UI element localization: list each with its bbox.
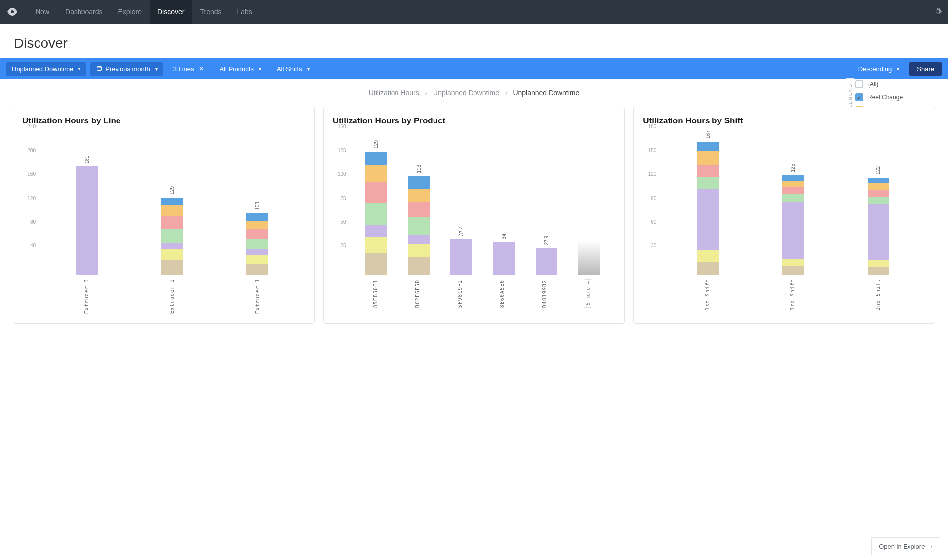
bar[interactable]: 167 (697, 142, 719, 275)
bar-segment[interactable] (782, 187, 804, 195)
bar-segment[interactable] (697, 262, 719, 275)
more-bar[interactable] (578, 241, 600, 275)
nav-explore[interactable]: Explore (111, 0, 150, 24)
bar-segment[interactable] (161, 249, 183, 260)
bar-segment[interactable] (697, 142, 719, 151)
close-icon[interactable]: ✕ (199, 65, 204, 72)
bar-segment[interactable] (782, 259, 804, 266)
nav-discover[interactable]: Discover (150, 0, 192, 24)
nav-labs[interactable]: Labs (230, 0, 260, 24)
bar-segment[interactable] (365, 182, 387, 203)
y-tick: 30 (651, 242, 656, 248)
bar-segment[interactable] (868, 197, 889, 204)
legend-item[interactable]: ✓Reel Change (855, 91, 939, 104)
x-label: 8E60A5E0 (499, 279, 505, 308)
bar[interactable]: 103 (408, 176, 430, 275)
bar[interactable]: 125 (782, 175, 804, 275)
bar-segment[interactable] (408, 235, 430, 244)
nav-dashboards[interactable]: Dashboards (57, 0, 111, 24)
bar-segment[interactable] (868, 204, 889, 260)
bar-segment[interactable] (161, 229, 183, 243)
y-tick: 60 (651, 219, 656, 224)
bar-segment[interactable] (493, 242, 515, 275)
bar-segment[interactable] (246, 229, 268, 239)
bar-segment[interactable] (868, 183, 889, 190)
bar-segment[interactable] (161, 198, 183, 205)
bar-segment[interactable] (161, 205, 183, 216)
bar-segment[interactable] (697, 165, 719, 177)
bar[interactable]: 129 (365, 152, 387, 275)
bar[interactable]: 181 (76, 166, 98, 275)
bar-segment[interactable] (365, 152, 387, 165)
bar-segment[interactable] (450, 239, 472, 275)
bar-segment[interactable] (697, 189, 719, 250)
bar-value-label: 181 (84, 156, 90, 164)
bar[interactable]: 129 (161, 198, 183, 275)
bar-segment[interactable] (76, 166, 98, 275)
bar-segment[interactable] (246, 239, 268, 250)
filter-lines[interactable]: 3 Lines✕ (167, 62, 210, 76)
bar-segment[interactable] (868, 260, 889, 267)
x-label: Extruder 2 (169, 279, 175, 314)
bar-segment[interactable] (246, 221, 268, 229)
bar-segment[interactable] (161, 216, 183, 230)
bar-segment[interactable] (868, 190, 889, 197)
bar-segment[interactable] (365, 237, 387, 254)
bar-segment[interactable] (161, 260, 183, 275)
bar-segment[interactable] (246, 255, 268, 264)
bar-segment[interactable] (246, 213, 268, 221)
filter-products[interactable]: All Products▾ (214, 62, 267, 76)
nav-now[interactable]: Now (28, 0, 57, 24)
bar-segment[interactable] (365, 253, 387, 275)
bar-segment[interactable] (408, 202, 430, 217)
bar-segment[interactable] (246, 249, 268, 255)
bar-segment[interactable] (408, 189, 430, 202)
filter-shifts[interactable]: All Shifts▾ (271, 62, 316, 76)
bar-segment[interactable] (868, 178, 889, 183)
share-button[interactable]: Share (909, 62, 942, 76)
bar[interactable]: 37.4 (450, 239, 472, 275)
sort-order[interactable]: Descending▾ (852, 62, 906, 76)
y-tick: 160 (27, 171, 36, 177)
bar-value-label: 122 (875, 166, 881, 175)
bar-segment[interactable] (365, 203, 387, 225)
bar-segment[interactable] (408, 176, 430, 189)
bar-segment[interactable] (408, 217, 430, 235)
bar-value-label: 125 (790, 164, 796, 172)
bar-segment[interactable] (782, 202, 804, 259)
settings-icon[interactable] (933, 7, 942, 17)
bar[interactable]: 27.9 (536, 248, 557, 275)
bar-segment[interactable] (246, 264, 268, 275)
bar[interactable]: 122 (868, 178, 889, 275)
legend-item[interactable]: (All) (855, 78, 939, 91)
chart-card: Utilization Hours by Line408012016020024… (13, 107, 315, 324)
show-more-button[interactable]: 5 more → (584, 279, 592, 308)
bar-segment[interactable] (868, 267, 889, 275)
bar-segment[interactable] (782, 194, 804, 202)
y-tick: 25 (341, 242, 346, 248)
bar-segment[interactable] (161, 243, 183, 249)
y-tick: 100 (338, 171, 346, 177)
breadcrumb-item[interactable]: Utilization Hours (369, 89, 419, 97)
app-logo[interactable] (6, 5, 19, 18)
bar-segment[interactable] (365, 165, 387, 182)
bar-segment[interactable] (782, 181, 804, 187)
bar-segment[interactable] (782, 175, 804, 181)
bar-segment[interactable] (536, 248, 557, 275)
bar-segment[interactable] (697, 250, 719, 262)
bar-value-label: 37.4 (459, 226, 464, 236)
bar[interactable]: 103 (246, 213, 268, 275)
bar-segment[interactable] (408, 244, 430, 257)
filter-date[interactable]: Previous month▾ (90, 62, 163, 76)
nav-trends[interactable]: Trends (192, 0, 229, 24)
bar-segment[interactable] (697, 151, 719, 165)
bar-segment[interactable] (697, 177, 719, 189)
chevron-down-icon: ▾ (78, 66, 80, 72)
bar[interactable]: 34 (493, 242, 515, 275)
filter-metric[interactable]: Unplanned Downtime▾ (6, 62, 86, 76)
bar-segment[interactable] (365, 225, 387, 236)
bar-segment[interactable] (408, 257, 430, 275)
bar-segment[interactable] (782, 266, 804, 275)
calendar-icon (96, 65, 102, 73)
breadcrumb-item[interactable]: Unplanned Downtime (433, 89, 499, 97)
